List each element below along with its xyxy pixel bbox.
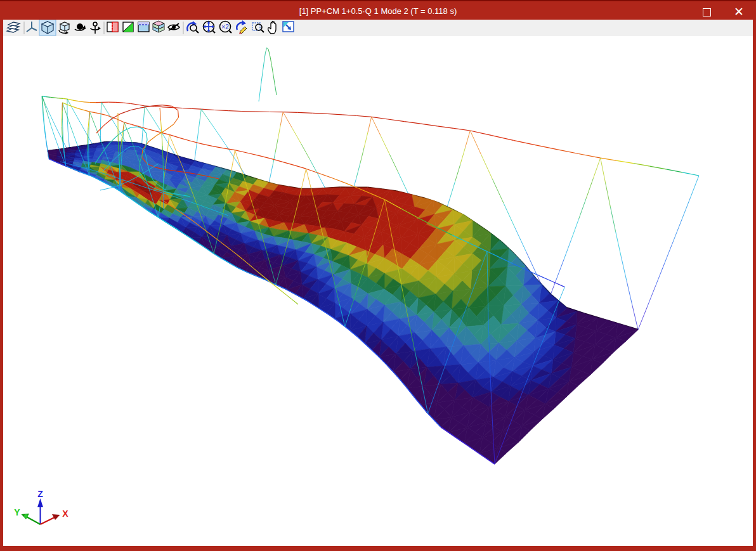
svg-text:X: X xyxy=(62,509,68,519)
svg-text:Y: Y xyxy=(14,507,20,517)
svg-text:×2: ×2 xyxy=(221,23,229,30)
svg-text:Z: Z xyxy=(37,489,43,499)
